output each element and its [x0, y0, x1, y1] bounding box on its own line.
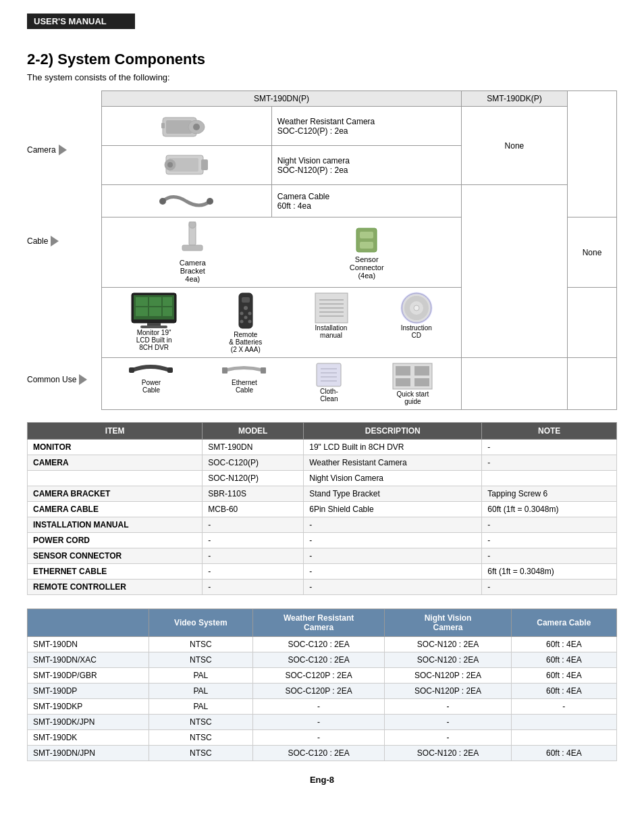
svg-rect-58: [396, 378, 410, 386]
svg-rect-17: [360, 242, 373, 249]
svg-rect-29: [242, 297, 250, 303]
remote-icon-cell: Remote& Batteries(2 X AAA): [229, 292, 262, 353]
info-table-row: CAMERA CABLEMCB-606Pin Shield Cable60ft …: [28, 502, 617, 517]
night-camera-icon: [107, 150, 266, 180]
model-table-row: SMT-190DKPPAL---: [28, 699, 617, 715]
cloth-icon-cell: Cloth-Clean: [315, 362, 342, 403]
info-table-row: REMOTE CONTROLLER---: [28, 580, 617, 595]
svg-rect-21: [149, 297, 161, 306]
info-table-row: ETHERNET CABLE--6ft (1ft = 0.3048m): [28, 564, 617, 580]
svg-point-32: [248, 312, 251, 315]
svg-rect-22: [163, 297, 172, 306]
svg-rect-13: [182, 245, 203, 251]
cable-label-text: Camera Cable60ft : 4ea: [271, 185, 461, 217]
info-table-row: CAMERA BRACKETSBR-110SStand Type Bracket…: [28, 486, 617, 502]
svg-rect-50: [317, 363, 341, 386]
svg-rect-48: [222, 367, 227, 374]
table-row: PowerCable EthernetCable: [102, 358, 617, 410]
model-table-row: SMT-190DP/GBRPALSOC-C120P : 2EASOC-N120P…: [28, 668, 617, 684]
info-table-row: INSTALLATION MANUAL---: [28, 517, 617, 533]
svg-rect-27: [140, 326, 167, 328]
cd-icon-cell: InstructionCD: [400, 292, 433, 339]
common-use-label: Common Use: [27, 374, 87, 385]
guide-icon-cell: Quick startguide: [392, 362, 433, 405]
table-row: Weather Resistant CameraSOC-C120(P) : 2e…: [102, 107, 617, 146]
model-table-row: SMT-190DN/XACNTSCSOC-C120 : 2EASOC-N120 …: [28, 652, 617, 668]
model-table-row: SMT-190DKNTSC--: [28, 730, 617, 746]
info-table-row: SOC-N120(P)Night Vision Camera: [28, 471, 617, 486]
info-table: ITEM MODEL DESCRIPTION NOTE MONITORSMT-1…: [27, 422, 617, 595]
model-table-row: SMT-190DPPALSOC-C120P : 2EASOC-N120P : 2…: [28, 684, 617, 699]
info-header-model: MODEL: [203, 423, 304, 440]
dk-monitor-content: [568, 288, 617, 358]
svg-rect-9: [201, 159, 208, 170]
info-header-item: ITEM: [28, 423, 203, 440]
monitor-icon-cell: Monitor 19"LCD Built in8CH DVR: [130, 292, 178, 351]
col1-header: SMT-190DN(P): [102, 91, 462, 107]
outdoor-camera-label: Weather Resistant CameraSOC-C120(P) : 2e…: [271, 107, 461, 146]
dk-cable-none: [461, 185, 567, 358]
eth-cable-icon-cell: EthernetCable: [222, 362, 266, 394]
svg-point-11: [207, 198, 213, 205]
svg-rect-20: [136, 297, 148, 306]
power-cable-icon-cell: PowerCable: [129, 362, 173, 394]
manual-icon-cell: Installationmanual: [314, 292, 349, 339]
page-number: Eng-8: [27, 775, 617, 785]
dk-common-content: [461, 358, 567, 410]
model-header-video: Video System: [149, 609, 252, 637]
svg-point-31: [240, 312, 243, 315]
info-table-row: SENSOR CONNECTOR---: [28, 548, 617, 564]
svg-rect-59: [414, 378, 429, 386]
svg-rect-23: [136, 307, 148, 316]
svg-rect-46: [129, 367, 134, 373]
info-table-row: CAMERASOC-C120(P)Weather Resistant Camer…: [28, 455, 617, 471]
model-header-nv-camera: Night VisionCamera: [385, 609, 511, 637]
svg-point-35: [248, 320, 251, 324]
cable-icon: [107, 189, 266, 213]
svg-point-8: [167, 162, 173, 168]
info-header-desc: DESCRIPTION: [304, 423, 482, 440]
dk-camera-none: None: [461, 107, 567, 185]
section-subtitle: The system consists of the following:: [27, 72, 617, 82]
svg-point-14: [189, 222, 196, 228]
svg-point-3: [193, 124, 200, 130]
model-table: Video System Weather ResistantCamera Nig…: [27, 609, 617, 761]
model-header-name: [28, 609, 149, 637]
model-table-row: SMT-190DK/JPNNTSC--: [28, 715, 617, 730]
night-camera-label: Night Vision cameraSOC-N120(P) : 2ea: [271, 146, 461, 185]
dk-bracket-none: None: [568, 217, 617, 288]
camera-label: Camera: [27, 145, 67, 155]
info-header-note: NOTE: [482, 423, 617, 440]
svg-point-33: [244, 316, 247, 319]
svg-point-44: [414, 305, 419, 311]
model-header-cable: Camera Cable: [511, 609, 616, 637]
sensor-icon-cell: SensorConnector(4ea): [350, 225, 384, 280]
model-table-row: SMT-190DNNTSCSOC-C120 : 2EASOC-N120 : 2E…: [28, 637, 617, 652]
table-row: Camera Cable60ft : 4ea: [102, 185, 617, 217]
svg-rect-57: [414, 366, 429, 376]
bracket-icon-cell: CameraBracket4ea): [179, 222, 206, 283]
info-table-row: MONITORSMT-190DN19" LCD Built in 8CH DVR…: [28, 440, 617, 455]
manual-header: USER'S MANUAL: [27, 14, 135, 29]
svg-rect-4: [161, 123, 165, 128]
svg-point-30: [244, 306, 248, 310]
svg-rect-1: [166, 120, 192, 134]
svg-point-10: [159, 198, 166, 205]
component-table: SMT-190DN(P) SMT-190DK(P): [101, 91, 617, 410]
svg-rect-56: [396, 366, 410, 376]
outdoor-camera-icon: [107, 111, 266, 141]
svg-point-34: [240, 320, 243, 324]
col2-header: SMT-190DK(P): [461, 91, 567, 107]
section-title: 2-2) System Components: [27, 51, 617, 68]
model-table-row: SMT-190DN/JPNNTSCSOC-C120 : 2EASOC-N120 …: [28, 746, 617, 761]
svg-rect-16: [360, 232, 373, 238]
model-header-wr-camera: Weather ResistantCamera: [252, 609, 385, 637]
svg-rect-47: [167, 367, 173, 373]
cable-label: Cable: [27, 236, 59, 247]
svg-rect-49: [261, 367, 266, 374]
svg-rect-25: [163, 307, 172, 316]
svg-rect-24: [149, 307, 161, 316]
info-table-row: POWER CORD---: [28, 533, 617, 548]
